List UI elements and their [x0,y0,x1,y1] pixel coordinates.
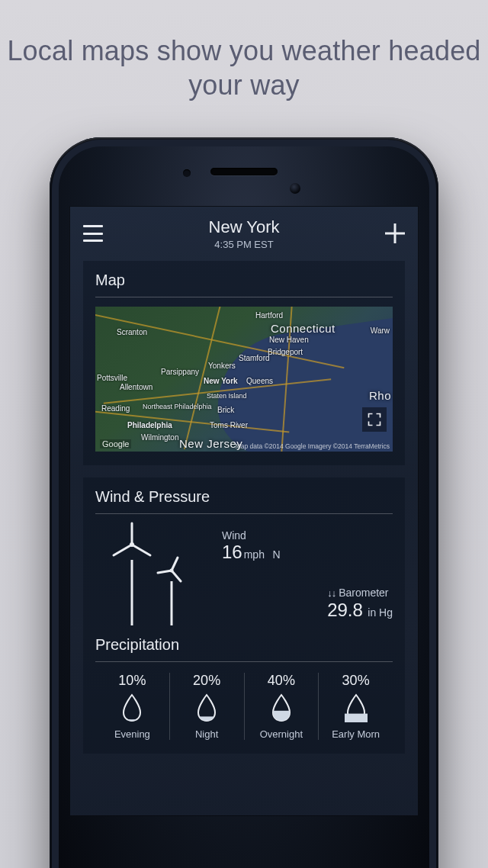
map-city-label: Wilmington [141,433,178,442]
map-city-label: New Haven [269,336,309,344]
raindrop-icon [345,693,368,722]
precipitation-period: Night [172,728,242,740]
add-location-icon[interactable] [385,223,405,243]
map-city-label: Staten Island [207,392,247,400]
raindrop-icon [270,693,293,722]
location-title[interactable]: New York 4:35 PM EST [209,217,280,250]
app-screen: New York 4:35 PM EST Map Hartford Connec… [69,206,419,816]
precipitation-percent: 10% [97,673,168,689]
wind-body: Wind 16mph N ↓↓Barometer 29.8 [95,514,393,625]
precipitation-percent: 40% [246,673,317,689]
phone-speaker [210,168,278,175]
precipitation-row: 10%Evening20%Night40%Overnight30%Early M… [95,662,393,740]
map-city-label: Parsippany [161,368,199,376]
svg-line-2 [132,545,150,555]
barometer-readout: ↓↓Barometer 29.8 in Hg [327,586,393,621]
map-city-label: Queens [246,377,273,385]
svg-line-6 [172,571,181,581]
precipitation-period: Overnight [246,728,317,740]
precipitation-cell: 30%Early Morn [319,673,393,740]
map-city-label: Philadelphia [127,421,172,429]
city-name: New York [209,217,280,237]
expand-map-icon[interactable] [362,407,387,432]
map-title: Map [95,272,393,297]
map-panel: Map Hartford Connecticut Scranton New Ha… [83,261,405,465]
precipitation-cell: 10%Evening [95,673,170,740]
city-time: 4:35 PM EST [209,239,280,250]
map-state-label: Connecticut [271,322,336,335]
precipitation-cell: 40%Overnight [245,673,319,740]
map-attribution: Google [100,439,131,448]
menu-icon[interactable] [83,225,103,242]
precipitation-percent: 30% [320,673,391,689]
wind-speed: 16 [222,542,242,562]
precipitation-cell: 20%Night [170,673,245,740]
precipitation-percent: 20% [172,673,242,689]
barometer-label: Barometer [339,587,388,599]
wind-unit: mph [244,548,265,561]
map-city-label: Stamford [239,354,270,362]
barometer-trend-icon: ↓↓ [327,587,336,599]
map-city-label: Reading [101,404,130,413]
wind-direction: N [272,548,280,561]
wind-precip-panel: Wind & Pressure [83,477,405,754]
map-city-label: Bridgeport [268,348,303,356]
barometer-value: 29.8 [327,600,363,620]
map-city-label: Brick [217,406,234,414]
precipitation-period: Evening [97,728,168,740]
phone-sensor [183,169,191,177]
wind-label: Wind [222,529,393,542]
svg-line-7 [158,571,172,573]
map-state-label: New Jersey [179,437,242,450]
raindrop-icon [195,693,218,722]
raindrop-icon [120,693,143,722]
map-copyright: Map data ©2014 Google Imagery ©2014 Terr… [236,442,390,450]
map-city-label: Hartford [255,311,283,320]
title-bar: New York 4:35 PM EST [69,206,419,261]
map-city-label: New York [204,377,238,385]
wind-title: Wind & Pressure [95,488,393,514]
svg-line-5 [172,558,178,571]
promo-headline: Local maps show you weather headed your … [0,34,488,102]
map-city-label: Pottsville [97,374,127,382]
barometer-unit: in Hg [368,606,393,619]
weather-map[interactable]: Hartford Connecticut Scranton New Haven … [95,307,393,452]
svg-rect-11 [345,714,368,722]
map-city-label: Scranton [117,328,147,336]
precipitation-title: Precipitation [95,625,393,662]
map-city-label: Toms River [210,421,248,429]
map-state-label: Rho [369,389,391,402]
map-city-label: Northeast Philadelphia [143,403,212,410]
svg-line-3 [114,545,132,555]
phone-camera [290,183,300,194]
wind-readout: Wind 16mph N [222,529,393,563]
phone-frame: New York 4:35 PM EST Map Hartford Connec… [50,137,438,868]
map-city-label: Allentown [120,383,152,391]
map-city-label: Warw [371,326,390,335]
map-city-label: Yonkers [208,362,236,370]
precipitation-period: Early Morn [320,728,391,740]
wind-turbine-icon [95,526,202,625]
